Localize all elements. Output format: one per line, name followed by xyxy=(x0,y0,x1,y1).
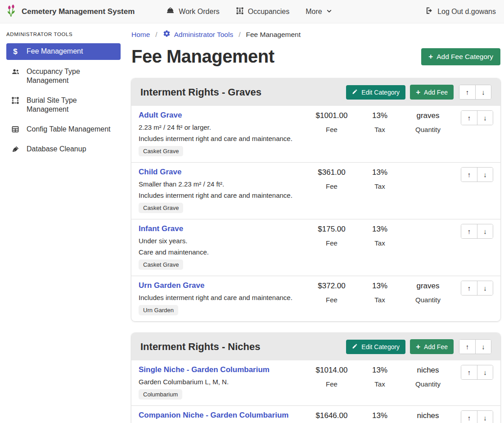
fee-amount: $1001.00 xyxy=(305,111,358,121)
move-category-up-button[interactable]: ↑ xyxy=(459,85,475,99)
fee-badge: Columbarium xyxy=(139,389,182,400)
add-fee-button[interactable]: + Add Fee xyxy=(410,85,454,100)
quantity-col: niches Quantity xyxy=(401,410,454,423)
pencil-icon xyxy=(352,343,358,350)
down-arrow-icon: ↓ xyxy=(483,414,487,422)
category-reorder-group: ↑ ↓ xyxy=(459,339,491,354)
sidebar-item-burial-site-type-management[interactable]: Burial Site Type Management xyxy=(6,92,121,118)
fee-reorder-group: ↑ ↓ xyxy=(461,365,493,380)
tax-label: Tax xyxy=(358,182,401,190)
add-fee-category-label: Add Fee Category xyxy=(436,53,493,61)
up-arrow-icon: ↑ xyxy=(468,171,471,178)
category-header: Interment Rights - Graves Edit Category … xyxy=(131,78,500,106)
fee-description: 2.23 m² / 24 ft² or larger. xyxy=(139,123,305,132)
fee-description: Includes interment right and care and ma… xyxy=(139,294,305,302)
down-arrow-icon: ↓ xyxy=(483,171,487,178)
logout-button[interactable]: Log Out d.gowans xyxy=(425,6,496,17)
nav-work-orders[interactable]: Work Orders xyxy=(166,6,219,17)
move-fee-down-button[interactable]: ↓ xyxy=(477,224,493,238)
fee-info: Companion Niche - Garden Columbarium Gar… xyxy=(139,410,305,423)
sidebar-item-label: Config Table Management xyxy=(27,125,111,134)
app-title: Cemetery Management System xyxy=(22,7,135,16)
quantity-label: Quantity xyxy=(401,380,454,388)
fee-description: Includes interment right and care and ma… xyxy=(139,135,305,143)
edit-category-button[interactable]: Edit Category xyxy=(346,340,405,354)
fee-col: $175.00 Fee xyxy=(305,224,358,247)
fee-name-link[interactable]: Companion Niche - Garden Columbarium xyxy=(139,410,288,420)
fee-rows: Single Niche - Garden Columbarium Garden… xyxy=(131,360,500,423)
move-fee-down-button[interactable]: ↓ xyxy=(477,168,493,182)
nav-occupancies[interactable]: Occupancies xyxy=(236,7,290,17)
move-fee-up-button[interactable]: ↑ xyxy=(461,281,477,295)
fee-amount: $361.00 xyxy=(305,168,358,177)
fee-category-card: Interment Rights - Niches Edit Category … xyxy=(131,333,500,423)
move-fee-up-button[interactable]: ↑ xyxy=(461,411,477,423)
move-category-down-button[interactable]: ↓ xyxy=(475,340,491,354)
edit-category-button[interactable]: Edit Category xyxy=(346,85,405,100)
move-fee-down-button[interactable]: ↓ xyxy=(477,281,493,295)
breadcrumb-current: Fee Management xyxy=(246,31,301,39)
sidebar-item-database-cleanup[interactable]: Database Cleanup xyxy=(6,141,121,157)
main-content: Home / Administrator Tools / Fee Managem… xyxy=(126,23,504,423)
tax-col: 13% Tax xyxy=(358,224,401,247)
quantity-label: Quantity xyxy=(401,126,454,133)
pencil-icon xyxy=(352,89,358,96)
move-fee-up-button[interactable]: ↑ xyxy=(461,111,477,125)
category-list: Interment Rights - Graves Edit Category … xyxy=(131,78,500,423)
down-arrow-icon: ↓ xyxy=(482,88,485,96)
up-arrow-icon: ↑ xyxy=(466,343,469,350)
move-fee-down-button[interactable]: ↓ xyxy=(477,365,493,379)
up-arrow-icon: ↑ xyxy=(468,227,471,235)
category-reorder-group: ↑ ↓ xyxy=(459,85,491,100)
app-brand[interactable]: Cemetery Management System xyxy=(6,4,135,19)
tax-label: Tax xyxy=(358,126,401,133)
fee-name-link[interactable]: Urn Garden Grave xyxy=(139,281,204,291)
fee-amount: $372.00 xyxy=(305,281,358,291)
fee-description: Under six years. xyxy=(139,237,305,245)
tax-amount: 13% xyxy=(358,168,401,177)
move-fee-down-button[interactable]: ↓ xyxy=(477,111,493,125)
page-title: Fee Management xyxy=(131,46,274,67)
fee-description: Smaller than 2.23 m² / 24 ft². xyxy=(139,180,305,188)
move-fee-up-button[interactable]: ↑ xyxy=(461,168,477,182)
move-category-up-button[interactable]: ↑ xyxy=(459,340,475,354)
move-fee-up-button[interactable]: ↑ xyxy=(461,365,477,379)
add-fee-button[interactable]: + Add Fee xyxy=(410,339,454,354)
move-fee-down-button[interactable]: ↓ xyxy=(477,411,493,423)
fee-info: Adult Grave 2.23 m² / 24 ft² or larger.I… xyxy=(139,110,305,156)
fee-badge: Urn Garden xyxy=(139,305,178,315)
category-title: Interment Rights - Graves xyxy=(140,86,342,98)
breadcrumb-home-link[interactable]: Home xyxy=(131,31,150,39)
move-category-down-button[interactable]: ↓ xyxy=(475,85,491,99)
up-arrow-icon: ↑ xyxy=(468,284,471,292)
chevron-down-icon xyxy=(326,8,332,16)
fee-amount-label: Fee xyxy=(305,296,358,304)
hard-hat-icon xyxy=(166,6,175,17)
table-icon xyxy=(11,125,20,133)
fee-name-link[interactable]: Adult Grave xyxy=(139,110,182,120)
tulip-logo-icon xyxy=(6,4,17,19)
fee-name-link[interactable]: Infant Grave xyxy=(139,224,183,234)
move-fee-up-button[interactable]: ↑ xyxy=(461,224,477,238)
fee-row: Infant Grave Under six years.Care and ma… xyxy=(131,219,500,276)
sidebar-item-fee-management[interactable]: $ Fee Management xyxy=(6,43,121,60)
occupancy-frame-icon xyxy=(236,7,244,17)
edit-category-label: Edit Category xyxy=(361,343,400,350)
tax-col: 13% Tax xyxy=(358,365,401,388)
fee-rows: Adult Grave 2.23 m² / 24 ft² or larger.I… xyxy=(131,106,500,321)
fee-row: Single Niche - Garden Columbarium Garden… xyxy=(131,360,500,405)
sidebar-item-config-table-management[interactable]: Config Table Management xyxy=(6,121,121,137)
edit-category-label: Edit Category xyxy=(361,89,400,96)
fee-descriptions: Under six years.Care and maintenance. xyxy=(139,237,305,256)
nav-more[interactable]: More xyxy=(306,8,332,16)
add-fee-category-button[interactable]: + Add Fee Category xyxy=(421,48,500,65)
down-arrow-icon: ↓ xyxy=(482,343,485,350)
breadcrumb-admin-tools-link[interactable]: Administrator Tools xyxy=(163,30,234,39)
down-arrow-icon: ↓ xyxy=(483,227,487,235)
add-fee-label: Add Fee xyxy=(424,89,448,96)
logout-icon xyxy=(425,6,433,17)
fee-name-link[interactable]: Single Niche - Garden Columbarium xyxy=(139,365,270,375)
tax-col: 13% Tax xyxy=(358,410,401,423)
fee-name-link[interactable]: Child Grave xyxy=(139,167,181,177)
sidebar-item-occupancy-type-management[interactable]: Occupancy Type Management xyxy=(6,64,121,89)
